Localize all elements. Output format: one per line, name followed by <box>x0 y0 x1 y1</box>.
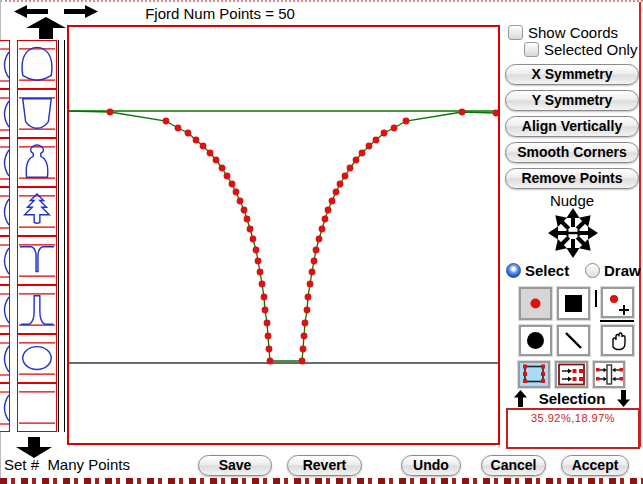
curve-point[interactable] <box>200 143 207 150</box>
curve-point[interactable] <box>255 258 262 265</box>
curve-point[interactable] <box>175 125 182 132</box>
curve-point[interactable] <box>229 181 236 188</box>
shape-thumb-ellipse[interactable] <box>17 334 57 383</box>
shape-thumb-bowl[interactable] <box>17 89 57 138</box>
curve-point[interactable] <box>353 157 360 164</box>
curve-point[interactable] <box>259 281 266 288</box>
curve-point[interactable] <box>359 150 366 157</box>
curve-point[interactable] <box>301 333 308 340</box>
smooth-corners-button[interactable]: Smooth Corners <box>505 142 639 163</box>
curve-point[interactable] <box>299 358 306 365</box>
tool-select-rect[interactable] <box>518 361 550 388</box>
align-vertically-button[interactable]: Align Vertically <box>505 116 639 137</box>
scroll-down-icon[interactable] <box>16 437 52 458</box>
selection-up-icon[interactable] <box>514 390 527 407</box>
black-square-icon <box>559 289 588 318</box>
clipped-shape-thumb <box>0 383 10 432</box>
remove-points-button[interactable]: Remove Points <box>505 168 639 189</box>
curve-point[interactable] <box>207 150 214 157</box>
revert-button[interactable]: Revert <box>287 455 362 476</box>
shape-thumb-tree[interactable] <box>17 187 57 236</box>
curve-point[interactable] <box>309 269 316 276</box>
curve-point[interactable] <box>219 165 226 172</box>
curve-point[interactable] <box>244 216 251 223</box>
curve-point[interactable] <box>337 181 344 188</box>
radio-circle[interactable] <box>585 263 600 278</box>
curve-point[interactable] <box>265 333 272 340</box>
curve-point[interactable] <box>403 118 410 125</box>
tool-draw-line[interactable] <box>557 325 590 356</box>
selection-coords-box: 35.92%,18.97% <box>506 408 640 449</box>
x-symmetry-button[interactable]: X Symmetry <box>505 64 639 85</box>
scroll-up-icon[interactable] <box>26 17 66 39</box>
draw-radio[interactable]: Draw <box>585 262 641 279</box>
palette-scrollbar[interactable] <box>58 40 65 432</box>
selection-row: Selection <box>505 390 639 407</box>
tool-draw-circle[interactable] <box>519 325 552 356</box>
shape-thumb-fjord[interactable] <box>17 236 57 285</box>
curve-point[interactable] <box>305 294 312 301</box>
curve-point[interactable] <box>347 165 354 172</box>
curve-point[interactable] <box>185 130 192 137</box>
curve-point[interactable] <box>459 109 466 116</box>
checkbox-box[interactable] <box>508 25 523 40</box>
curve-point[interactable] <box>107 109 114 116</box>
curve-point[interactable] <box>247 226 254 233</box>
accept-button[interactable]: Accept <box>561 455 629 476</box>
curve-point[interactable] <box>266 346 273 353</box>
tool-add-point[interactable] <box>601 287 634 318</box>
tool-pan-hand[interactable] <box>601 325 634 356</box>
curve-point[interactable] <box>224 173 231 180</box>
curve-point[interactable] <box>333 189 340 196</box>
y-symmetry-button[interactable]: Y Symmetry <box>505 90 639 111</box>
curve-point[interactable] <box>233 189 240 196</box>
curve-point[interactable] <box>322 216 329 223</box>
show-coords-checkbox[interactable]: Show Coords <box>508 24 618 41</box>
curve-point[interactable] <box>237 198 244 205</box>
curve-point[interactable] <box>250 236 257 243</box>
curve-point[interactable] <box>311 258 318 265</box>
curve-point[interactable] <box>267 358 274 365</box>
curve-point[interactable] <box>257 269 264 276</box>
shape-thumb-empty[interactable] <box>17 383 57 432</box>
cancel-button[interactable]: Cancel <box>481 455 546 476</box>
curve-point[interactable] <box>193 137 200 144</box>
curve-point[interactable] <box>329 198 336 205</box>
radio-circle[interactable] <box>506 263 521 278</box>
curve-point[interactable] <box>373 137 380 144</box>
curve-canvas[interactable] <box>67 25 500 445</box>
curve-point[interactable] <box>213 157 220 164</box>
curve-point[interactable] <box>366 143 373 150</box>
shape-thumb-goblet[interactable] <box>17 138 57 187</box>
curve-point[interactable] <box>262 307 269 314</box>
tool-spread-points[interactable] <box>555 361 588 388</box>
shape-thumb-dome[interactable] <box>17 40 57 89</box>
tool-gather-points[interactable] <box>593 361 625 388</box>
undo-button[interactable]: Undo <box>401 455 461 476</box>
selected-only-checkbox[interactable]: Selected Only <box>524 41 637 58</box>
curve-point[interactable] <box>342 173 349 180</box>
curve-point[interactable] <box>241 207 248 214</box>
curve-point[interactable] <box>300 346 307 353</box>
curve-point[interactable] <box>163 118 170 125</box>
curve-point[interactable] <box>261 294 268 301</box>
tool-select-point[interactable] <box>519 287 552 320</box>
checkbox-box[interactable] <box>524 42 539 57</box>
shape-thumb-column[interactable] <box>17 285 57 334</box>
curve-point[interactable] <box>319 226 326 233</box>
selection-down-icon[interactable] <box>617 390 630 407</box>
curve-point[interactable] <box>302 320 309 327</box>
curve-point[interactable] <box>264 320 271 327</box>
nudge-arrows-pad[interactable] <box>540 206 606 260</box>
curve-point[interactable] <box>313 247 320 254</box>
tool-draw-square[interactable] <box>557 287 590 320</box>
curve-point[interactable] <box>325 207 332 214</box>
curve-point[interactable] <box>316 236 323 243</box>
save-button[interactable]: Save <box>198 455 272 476</box>
select-radio[interactable]: Select <box>506 262 569 279</box>
curve-point[interactable] <box>307 281 314 288</box>
curve-point[interactable] <box>304 307 311 314</box>
curve-point[interactable] <box>391 125 398 132</box>
curve-point[interactable] <box>381 130 388 137</box>
curve-point[interactable] <box>253 247 260 254</box>
